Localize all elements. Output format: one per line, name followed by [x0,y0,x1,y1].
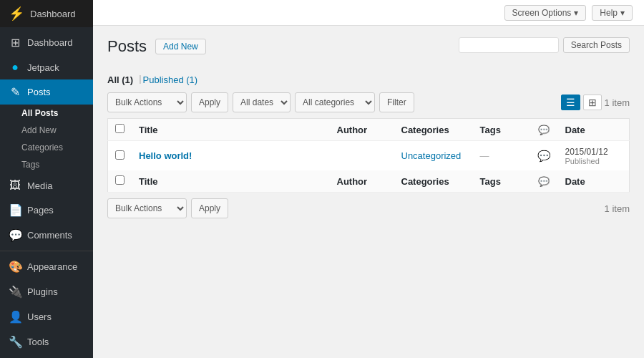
add-new-button[interactable]: Add New [155,39,206,54]
filter-button[interactable]: Filter [379,92,414,112]
screen-options-label: Screen Options [512,8,572,18]
help-label: Help [600,8,618,18]
bottom-toolbar-left: Bulk Actions Edit Move to Trash Apply [107,198,228,218]
sidebar-item-pages[interactable]: 📄 Pages [0,198,93,223]
bulk-actions-top-select[interactable]: Bulk Actions Edit Move to Trash [107,92,187,112]
table-header-row: Title Author Categories Tags 💬 Date [108,119,630,141]
comment-icon: 💬 [537,150,551,162]
sidebar-posts-label: Posts [27,87,51,97]
row-tags: — [480,150,489,161]
page-header: Posts Add New [107,37,206,56]
tfoot-checkbox [108,170,132,193]
select-all-checkbox[interactable] [115,124,125,133]
sidebar-plugins-label: Plugins [27,286,58,297]
bulk-actions-bottom-select[interactable]: Bulk Actions Edit Move to Trash [107,198,187,218]
tab-published[interactable]: Published (1) [143,73,203,87]
sidebar-users-label: Users [27,311,52,322]
screen-options-button[interactable]: Screen Options ▾ [504,5,587,21]
users-icon: 👤 [9,310,21,324]
help-button[interactable]: Help ▾ [592,5,633,21]
filter-tabs: All (1) | Published (1) [107,73,630,87]
th-tags: Tags [473,119,530,141]
table-row: Hello world! Uncategorized — 💬 [108,141,630,171]
th-title: Title [132,119,330,141]
row-title-cell: Hello world! [132,141,330,171]
sidebar-item-plugins[interactable]: 🔌 Plugins [0,279,93,304]
topbar: Screen Options ▾ Help ▾ [93,0,644,26]
search-input[interactable] [459,37,559,53]
wp-logo-icon: ⚡ [9,6,24,21]
grid-view-button[interactable]: ⊞ [583,95,602,110]
row-date: 2015/01/12 [565,147,608,157]
sidebar-item-appearance[interactable]: 🎨 Appearance [0,254,93,279]
th-checkbox [108,119,132,141]
post-title-link[interactable]: Hello world! [139,150,192,161]
row-date-status: Published [565,157,623,165]
tfoot-tags: Tags [473,170,530,193]
row-tags-cell: — [473,141,530,171]
th-categories: Categories [394,119,473,141]
dashboard-icon: ⊞ [9,36,21,49]
help-chevron-icon: ▾ [620,8,625,18]
sidebar-item-posts[interactable]: ✎ Posts [0,79,93,105]
th-date: Date [558,119,630,141]
category-filter-select[interactable]: All categories Uncategorized [295,92,375,112]
list-view-icon: ☰ [566,97,575,108]
sidebar-pages-label: Pages [27,205,54,216]
grid-view-icon: ⊞ [588,97,597,108]
jetpack-icon: ● [9,61,21,74]
sidebar-subitem-all-posts[interactable]: All Posts [0,105,93,122]
row-date-cell: 2015/01/12 Published [558,141,630,171]
sidebar-item-jetpack[interactable]: ● Jetpack [0,55,93,79]
sidebar-item-tools[interactable]: 🔧 Tools [0,329,93,354]
search-posts-button[interactable]: Search Posts [563,37,630,53]
sidebar-item-comments[interactable]: 💬 Comments [0,223,93,248]
item-count-top: 1 item [605,97,630,108]
pages-icon: 📄 [9,203,21,217]
sidebar-comments-label: Comments [27,230,72,241]
row-category-link[interactable]: Uncategorized [401,150,462,161]
sidebar-item-media[interactable]: 🖼 Media [0,173,93,198]
tfoot-title: Title [132,170,330,193]
sidebar-nav: ⊞ Dashboard ● Jetpack ✎ Posts All Posts … [0,27,93,358]
posts-table: Title Author Categories Tags 💬 Date Hell… [107,118,630,193]
apply-bottom-button[interactable]: Apply [191,198,228,218]
row-1-checkbox[interactable] [115,150,125,160]
tfoot-author: Author [330,170,394,193]
bottom-item-count: 1 item [605,203,630,214]
comments-icon: 💬 [9,228,21,242]
sidebar-appearance-label: Appearance [27,261,77,272]
page-title: Posts [107,37,147,56]
list-view-button[interactable]: ☰ [561,95,580,110]
sidebar-subitem-tags[interactable]: Tags [0,156,93,173]
sidebar-logo[interactable]: ⚡ Dashboard [0,0,93,27]
sidebar-item-dashboard[interactable]: ⊞ Dashboard [0,30,93,55]
th-comments: 💬 [530,119,558,141]
view-toggle: ☰ ⊞ 1 item [561,95,630,110]
sidebar-item-users[interactable]: 👤 Users [0,304,93,329]
apply-top-button[interactable]: Apply [191,92,228,112]
select-all-footer-checkbox[interactable] [115,175,125,185]
sidebar-media-label: Media [27,180,52,191]
search-row: Search Posts [459,37,630,53]
screen-options-chevron-icon: ▾ [574,8,578,18]
sidebar-subitem-categories[interactable]: Categories [0,139,93,156]
row-comments-cell[interactable]: 💬 [530,141,558,171]
bottom-toolbar: Bulk Actions Edit Move to Trash Apply 1 … [107,198,630,218]
posts-icon: ✎ [9,85,21,99]
tfoot-comments: 💬 [530,170,558,193]
tools-icon: 🔧 [9,335,21,349]
sidebar-item-settings[interactable]: ⚙ Settings [0,354,93,358]
tab-all[interactable]: All (1) [107,73,137,87]
sidebar-subitem-add-new[interactable]: Add New [0,122,93,139]
date-filter-select[interactable]: All dates 2015/01 [233,92,291,112]
top-toolbar: Bulk Actions Edit Move to Trash Apply Al… [107,92,630,112]
row-categories-cell: Uncategorized [394,141,473,171]
sidebar-tools-label: Tools [27,337,49,347]
th-author: Author [330,119,394,141]
tfoot-categories: Categories [394,170,473,193]
plugins-icon: 🔌 [9,285,21,299]
tfoot-date: Date [558,170,630,193]
sidebar-logo-label: Dashboard [30,9,76,19]
row-checkbox-cell [108,141,132,171]
